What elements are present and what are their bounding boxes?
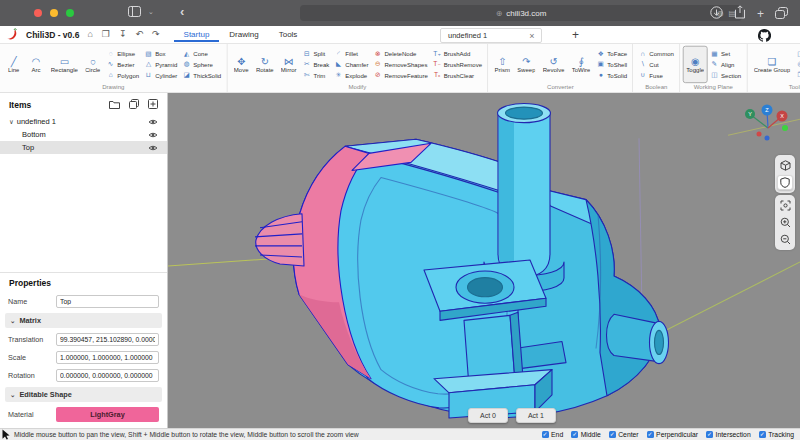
checkbox-icon[interactable]: ✓: [609, 431, 616, 438]
circle-button[interactable]: ○Circle: [81, 46, 104, 83]
thicksolid-button[interactable]: ◪ThickSolid: [183, 70, 222, 80]
cylinder-button[interactable]: ⊔Cylinder: [145, 70, 178, 80]
viewport-3d[interactable]: Y Z X: [168, 93, 800, 428]
visibility-eye-icon[interactable]: [148, 131, 158, 139]
sphere-button[interactable]: ◍Sphere: [183, 60, 222, 70]
tab-overview-icon[interactable]: [775, 5, 788, 23]
close-document-icon[interactable]: ×: [529, 31, 534, 41]
rotate-button[interactable]: ↻Rotate: [252, 46, 277, 83]
section-header-matrix[interactable]: ⌄Matrix: [5, 313, 162, 328]
ellipse-button[interactable]: ◌Ellipse: [107, 49, 140, 59]
checkbox-icon[interactable]: ✓: [542, 431, 549, 438]
tosolid-button[interactable]: ●ToSolid: [597, 70, 627, 80]
snap-toggle-end[interactable]: ✓End: [542, 431, 564, 438]
act-button-1[interactable]: Act 1: [516, 408, 556, 423]
close-window-button[interactable]: [34, 9, 42, 17]
axis-gizmo[interactable]: Y Z X: [740, 101, 792, 145]
brushclear-button[interactable]: TₓBrushClear: [433, 70, 482, 80]
model-3d[interactable]: [168, 93, 800, 428]
brushadd-button[interactable]: T₊BrushAdd: [433, 49, 482, 59]
new-document-button[interactable]: +: [572, 28, 579, 42]
expand-all-icon[interactable]: [148, 99, 158, 111]
new-tab-icon[interactable]: +: [757, 7, 764, 21]
rectangle-button[interactable]: ▭Rectangle: [47, 46, 81, 83]
chamfer-button[interactable]: ◣Chamfer: [335, 60, 369, 70]
bezier-button[interactable]: ∿Bezier: [107, 60, 140, 70]
sidebar-toggle-icon[interactable]: [128, 6, 141, 17]
removefeature-button[interactable]: ⊘RemoveFeature: [374, 70, 428, 80]
shaded-mode-icon[interactable]: [777, 175, 793, 190]
tab-tools[interactable]: Tools: [269, 27, 308, 42]
prism-button[interactable]: ⇧Prism: [491, 46, 514, 83]
rotation-input[interactable]: [56, 369, 159, 382]
document-tab[interactable]: undefined 1 ×: [440, 28, 542, 43]
snap-toggle-center[interactable]: ✓Center: [609, 431, 639, 438]
wireframe-mode-icon[interactable]: [777, 158, 793, 173]
common-button[interactable]: ∩Common: [639, 49, 674, 59]
address-bar[interactable]: ⊕ chili3d.com ◍ ▤: [300, 5, 742, 21]
redo-icon[interactable]: ↷: [152, 30, 160, 39]
move-button[interactable]: ✥Move: [230, 46, 252, 83]
trim-button[interactable]: ✄Trim: [303, 70, 329, 80]
align-button[interactable]: ✎Align: [710, 60, 741, 70]
back-button[interactable]: ‹: [180, 4, 184, 19]
set-button[interactable]: ▦Set: [710, 49, 741, 59]
downloads-icon[interactable]: [710, 5, 723, 23]
snap-toggle-tracking[interactable]: ✓Tracking: [759, 431, 794, 438]
sweep-button[interactable]: ↷Sweep: [514, 46, 540, 83]
home-icon[interactable]: ⌂: [87, 30, 92, 39]
save-icon[interactable]: ↧: [119, 30, 127, 39]
tab-drawing[interactable]: Drawing: [219, 27, 268, 42]
revolve-button[interactable]: ↺Revolve: [539, 46, 568, 83]
zoom-in-icon[interactable]: [777, 215, 793, 230]
share-icon[interactable]: [734, 5, 746, 23]
section-button[interactable]: ◫Section: [796, 49, 800, 59]
box-button[interactable]: ▧Box: [145, 49, 178, 59]
towire-button[interactable]: ∮ToWire: [568, 46, 594, 83]
tree-item-top[interactable]: Top: [0, 141, 167, 154]
cut-button[interactable]: ∖Cut: [639, 60, 674, 70]
break-button[interactable]: ✂Break: [303, 60, 329, 70]
brushremove-button[interactable]: T₋BrushRemove: [433, 60, 482, 70]
visibility-eye-icon[interactable]: [148, 144, 158, 152]
pyramid-button[interactable]: △Pyramid: [145, 60, 178, 70]
section-header-editable-shape[interactable]: ⌄Editable Shape: [5, 387, 162, 402]
toshell-button[interactable]: ▣ToShell: [597, 60, 627, 70]
new-folder-icon[interactable]: [109, 100, 120, 111]
checkbox-icon[interactable]: ✓: [571, 431, 578, 438]
tab-startup[interactable]: Startup: [174, 27, 220, 42]
zoom-out-icon[interactable]: [777, 232, 793, 247]
checkbox-icon[interactable]: ✓: [647, 431, 654, 438]
documents-icon[interactable]: ❐: [102, 30, 110, 39]
tree-item-undefined-1[interactable]: ∨undefined 1: [0, 115, 167, 128]
maximize-window-button[interactable]: [66, 9, 74, 17]
create-group-button[interactable]: ❏Create Group: [750, 46, 794, 83]
toggle-button[interactable]: ◉Toggle: [683, 46, 708, 83]
minimize-window-button[interactable]: [50, 9, 58, 17]
deletenode-button[interactable]: ⊗DeleteNode: [374, 49, 428, 59]
translation-input[interactable]: [56, 333, 159, 346]
checkbox-icon[interactable]: ✓: [706, 431, 713, 438]
chevron-down-icon[interactable]: ⌄: [148, 8, 154, 16]
scale-input[interactable]: [56, 351, 159, 364]
explode-button[interactable]: ✳Explode: [335, 70, 369, 80]
section-button[interactable]: ◫Section: [710, 70, 741, 80]
toface-button[interactable]: ❖ToFace: [597, 49, 627, 59]
fuse-button[interactable]: ∪Fuse: [639, 70, 674, 80]
checkbox-icon[interactable]: ✓: [759, 431, 766, 438]
tree-item-bottom[interactable]: Bottom: [0, 128, 167, 141]
fit-screen-icon[interactable]: [777, 198, 793, 213]
material-value[interactable]: LightGray: [56, 407, 159, 422]
split-button[interactable]: ⊟Split: [303, 49, 329, 59]
visibility-eye-icon[interactable]: [148, 118, 158, 126]
removeshapes-button[interactable]: ⊖RemoveShapes: [374, 60, 428, 70]
name-input[interactable]: [56, 295, 159, 308]
copyshape-button[interactable]: ❐CopyShape: [796, 70, 800, 80]
mirror-button[interactable]: ⋈Mirror: [277, 46, 300, 83]
undo-icon[interactable]: ↶: [135, 30, 143, 39]
arc-button[interactable]: ◠Arc: [25, 46, 47, 83]
snap-toggle-perpendicular[interactable]: ✓Perpendicular: [647, 431, 698, 438]
snap-toggle-intersection[interactable]: ✓Intersection: [706, 431, 751, 438]
collapse-all-icon[interactable]: [129, 99, 139, 111]
cone-button[interactable]: ◭Cone: [183, 49, 222, 59]
